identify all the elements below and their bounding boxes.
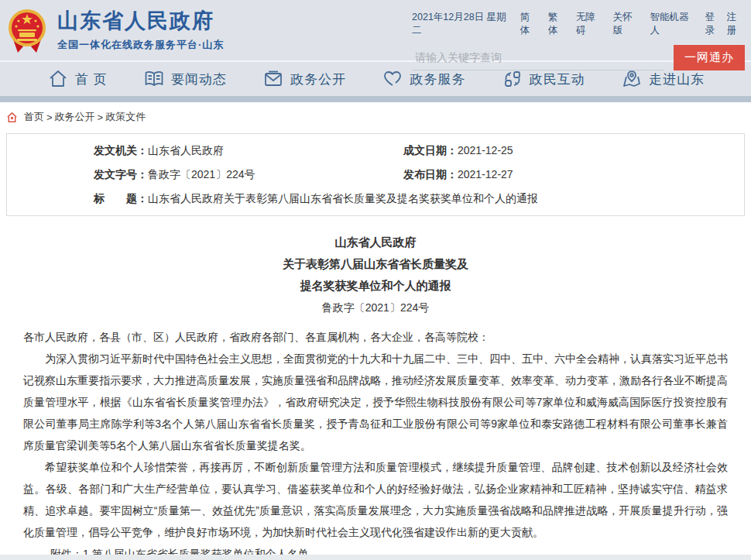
meta-publish-date: 发布日期：2021-12-27 [403, 168, 732, 182]
link-traditional[interactable]: 繁体 [548, 11, 566, 37]
doc-paragraph: 希望获奖单位和个人珍惜荣誉，再接再厉，不断创新质量管理方法和质量管理模式，继续提… [23, 456, 728, 543]
doc-title-line2: 关于表彰第八届山东省省长质量奖及 [23, 253, 728, 275]
nav-item-home[interactable]: 首 页 [48, 69, 108, 89]
link-simplified[interactable]: 简体 [520, 11, 538, 37]
breadcrumb-home[interactable]: 首页 [24, 110, 44, 124]
search-input[interactable] [412, 46, 664, 70]
breadcrumb-separator: > [46, 112, 53, 123]
top-utility-bar: 2021年12月28日 星期二 简体 繁体 无障碍 关怀版 智能机器人 登录 注… [412, 11, 745, 37]
site-title: 山东省人民政府 [57, 10, 224, 33]
nav-item-news[interactable]: 要闻动态 [144, 69, 227, 89]
meta-doc-number: 发文字号：鲁政字〔2021〕224号 [94, 168, 403, 182]
link-care-version[interactable]: 关怀版 [613, 11, 640, 37]
link-chatbot[interactable]: 智能机器人 [650, 11, 695, 37]
breadcrumb-home-icon [6, 112, 18, 123]
doc-salutation: 各市人民政府，各县（市、区）人民政府，省政府各部门、各直属机构，各大企业，各高等… [23, 326, 728, 348]
news-icon [144, 69, 164, 89]
breadcrumb-separator: > [98, 112, 104, 123]
link-accessibility[interactable]: 无障碍 [576, 11, 603, 37]
meta-issuing-org-label: 发文机关： [94, 144, 148, 156]
site-header: 山东省人民政府 全国一体化在线政务服务平台·山东 2021年12月28日 星期二… [0, 0, 751, 62]
link-register[interactable]: 注册 [727, 11, 745, 37]
one-stop-portal-button[interactable]: 一网通办 [674, 45, 745, 70]
site-subtitle: 全国一体化在线政务服务平台·山东 [57, 38, 224, 52]
meta-issuing-org: 发文机关：山东省人民政府 [94, 144, 403, 158]
meta-written-date: 成文日期：2021-12-25 [403, 144, 732, 158]
footer-strip [0, 555, 751, 560]
meta-title: 标 题：山东省人民政府关于表彰第八届山东省省长质量奖及提名奖获奖单位和个人的通报 [94, 192, 732, 206]
link-login[interactable]: 登录 [705, 11, 723, 37]
document-body: 山东省人民政府 关于表彰第八届山东省省长质量奖及 提名奖获奖单位和个人的通报 鲁… [0, 216, 751, 560]
breadcrumb: 首页 > 政务公开 > 政策文件 [0, 102, 751, 129]
service-icon [382, 69, 403, 89]
doc-paragraph: 为深入贯彻习近平新时代中国特色社会主义思想，全面贯彻党的十九大和十九届二中、三中… [23, 348, 728, 456]
national-emblem-icon [8, 8, 46, 54]
meta-written-date-label: 成文日期： [403, 144, 458, 156]
disclosure-icon [263, 69, 283, 89]
document-meta-box: 发文机关：山东省人民政府 成文日期：2021-12-25 发文字号：鲁政字〔20… [6, 133, 745, 216]
doc-number: 鲁政字〔2021〕224号 [23, 297, 728, 318]
interaction-icon [502, 69, 523, 89]
site-logo-block[interactable]: 山东省人民政府 全国一体化在线政务服务平台·山东 [8, 8, 224, 54]
meta-publish-date-label: 发布日期： [403, 168, 458, 180]
breadcrumb-policy-files[interactable]: 政策文件 [105, 110, 146, 124]
nav-divider-strip [0, 96, 751, 102]
breadcrumb-disclosure[interactable]: 政务公开 [55, 110, 95, 124]
doc-title-line1: 山东省人民政府 [23, 232, 728, 253]
meta-title-label: 标 题： [94, 192, 148, 204]
page: 山东省人民政府 全国一体化在线政务服务平台·山东 2021年12月28日 星期二… [0, 0, 751, 560]
doc-title-line3: 提名奖获奖单位和个人的通报 [23, 275, 728, 297]
meta-doc-number-label: 发文字号： [94, 168, 148, 180]
home-icon [48, 69, 68, 89]
map-pin-icon [622, 69, 642, 89]
nav-item-interaction[interactable]: 政民互动 [502, 69, 585, 89]
nav-item-services[interactable]: 政务服务 [382, 69, 465, 89]
current-date: 2021年12月28日 星期二 [412, 11, 509, 37]
nav-item-disclosure[interactable]: 政务公开 [263, 69, 346, 89]
nav-item-about-shandong[interactable]: 走进山东 [622, 69, 705, 89]
